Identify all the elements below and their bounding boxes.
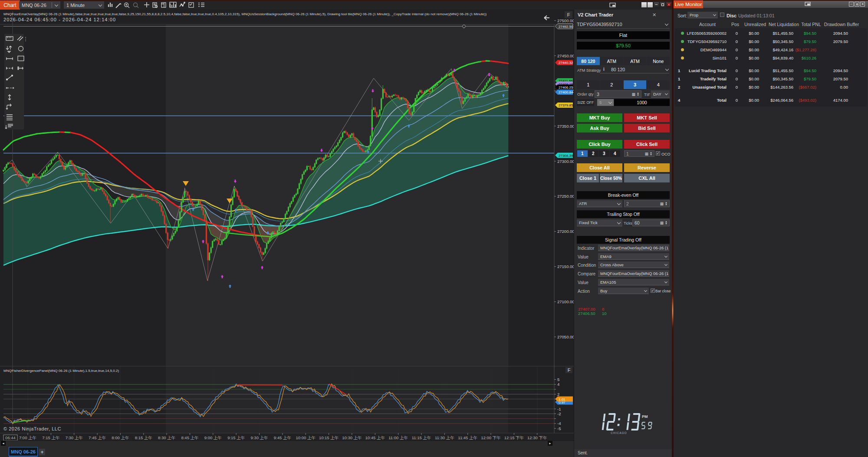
svg-text:5: 5: [557, 377, 559, 382]
svg-text:10:15 上午: 10:15 上午: [319, 435, 339, 440]
svg-text:10:45 上午: 10:45 上午: [365, 435, 385, 440]
svg-text:27450.00: 27450.00: [557, 53, 574, 58]
svg-text:27150.00: 27150.00: [557, 264, 574, 269]
svg-text:27440.32: 27440.32: [559, 61, 573, 65]
svg-text:-1: -1: [557, 407, 561, 411]
svg-text:12:30 下午: 12:30 下午: [527, 435, 547, 440]
svg-text:9:30 上午: 9:30 上午: [250, 435, 268, 440]
svg-text:7:15 上午: 7:15 上午: [42, 435, 59, 440]
svg-text:F: F: [568, 368, 571, 373]
svg-text:12:00 下午: 12:00 下午: [481, 435, 500, 440]
svg-text:27300.00: 27300.00: [557, 159, 574, 164]
svg-text:27100.00: 27100.00: [557, 299, 574, 304]
svg-text:10:30 上午: 10:30 上午: [342, 435, 362, 440]
svg-text:27308.39: 27308.39: [559, 154, 573, 158]
svg-text:© 2026 NinjaTrader, LLC: © 2026 NinjaTrader, LLC: [3, 426, 61, 431]
svg-text:MNQFisherDivergencePanel(MNQ 0: MNQFisherDivergencePanel(MNQ 06-26 (1 Mi…: [3, 369, 119, 373]
svg-text:27406.25: 27406.25: [559, 86, 573, 89]
svg-text:27250.00: 27250.00: [557, 194, 574, 199]
svg-text:11:30 上午: 11:30 上午: [435, 435, 454, 440]
svg-text:10:00 上午: 10:00 上午: [296, 435, 315, 440]
svg-text:MNQFourEmaOverlay(MNQ 06-26 (1: MNQFourEmaOverlay(MNQ 06-26 (1 Minute),f…: [3, 12, 487, 16]
svg-text:-2: -2: [557, 411, 561, 416]
svg-text:11:15 上午: 11:15 上午: [412, 435, 431, 440]
svg-text:7:00 上午: 7:00 上午: [19, 435, 36, 440]
svg-text:27500.00: 27500.00: [557, 18, 574, 23]
svg-text:-4: -4: [557, 421, 561, 426]
svg-text:8:15 上午: 8:15 上午: [135, 435, 152, 440]
svg-text:9:45 上午: 9:45 上午: [274, 435, 291, 440]
svg-text:PM: PM: [642, 414, 648, 419]
svg-text:F: F: [567, 12, 570, 17]
svg-text:-5: -5: [557, 426, 561, 431]
svg-text:8:00 上午: 8:00 上午: [112, 435, 129, 440]
svg-text:7:30 上午: 7:30 上午: [66, 435, 83, 440]
svg-text:27400.84: 27400.84: [559, 90, 573, 94]
svg-text:27492.50: 27492.50: [559, 25, 573, 29]
svg-text:1.01: 1.01: [559, 397, 566, 401]
svg-text:8:45 上午: 8:45 上午: [181, 435, 198, 440]
svg-text:8:30 上午: 8:30 上午: [158, 435, 175, 440]
svg-text:11:45 上午: 11:45 上午: [458, 435, 477, 440]
svg-text:9:00 上午: 9:00 上午: [204, 435, 222, 440]
svg-text:2: 2: [557, 392, 559, 397]
svg-text:27050.00: 27050.00: [557, 334, 574, 339]
svg-text:27350.00: 27350.00: [557, 124, 574, 129]
svg-text:12:15 下午: 12:15 下午: [504, 435, 524, 440]
svg-text:7:45 上午: 7:45 上午: [89, 435, 106, 440]
svg-text:27379.85: 27379.85: [559, 103, 573, 107]
svg-text:06:44: 06:44: [5, 435, 16, 440]
svg-text:27200.00: 27200.00: [557, 229, 574, 234]
svg-text:9:15 上午: 9:15 上午: [227, 435, 245, 440]
svg-text:2026-04-24 06:45:00 - 2026-04-: 2026-04-24 06:45:00 - 2026-04-24 12:14:0…: [3, 17, 116, 22]
svg-text:4: 4: [557, 382, 559, 387]
svg-text:11:00 上午: 11:00 上午: [388, 435, 408, 440]
